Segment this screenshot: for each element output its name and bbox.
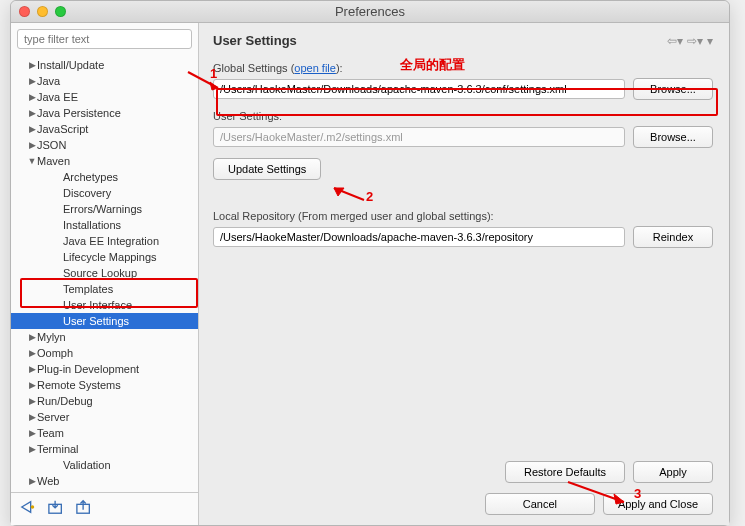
tree-item-web[interactable]: ▶Web <box>11 473 198 489</box>
cancel-button[interactable]: Cancel <box>485 493 595 515</box>
window-title: Preferences <box>11 4 729 19</box>
tree-item-java-ee-integration[interactable]: Java EE Integration <box>11 233 198 249</box>
tree-item-archetypes[interactable]: Archetypes <box>11 169 198 185</box>
forward-icon[interactable]: ⇨▾ <box>687 34 703 48</box>
global-settings-label: Global Settings (open file): <box>213 62 713 74</box>
preferences-tree[interactable]: ▶Install/Update▶Java▶Java EE▶Java Persis… <box>11 55 198 492</box>
tree-item-oomph[interactable]: ▶Oomph <box>11 345 198 361</box>
tree-item-java[interactable]: ▶Java <box>11 73 198 89</box>
tree-item-user-settings[interactable]: User Settings <box>11 313 198 329</box>
tree-item-discovery[interactable]: Discovery <box>11 185 198 201</box>
tree-item-user-interface[interactable]: User Interface <box>11 297 198 313</box>
apply-button[interactable]: Apply <box>633 461 713 483</box>
update-settings-button[interactable]: Update Settings <box>213 158 321 180</box>
open-file-link[interactable]: open file <box>294 62 336 74</box>
user-settings-input[interactable] <box>213 127 625 147</box>
user-settings-label: User Settings: <box>213 110 713 122</box>
tree-item-installations[interactable]: Installations <box>11 217 198 233</box>
tree-item-run-debug[interactable]: ▶Run/Debug <box>11 393 198 409</box>
tree-item-maven[interactable]: ▼Maven <box>11 153 198 169</box>
svg-point-0 <box>31 505 35 509</box>
local-repo-input[interactable] <box>213 227 625 247</box>
sidebar: ▶Install/Update▶Java▶Java EE▶Java Persis… <box>11 23 199 525</box>
preferences-window: Preferences ▶Install/Update▶Java▶Java EE… <box>10 0 730 526</box>
tree-item-remote-systems[interactable]: ▶Remote Systems <box>11 377 198 393</box>
tree-item-source-lookup[interactable]: Source Lookup <box>11 265 198 281</box>
tree-item-plug-in-development[interactable]: ▶Plug-in Development <box>11 361 198 377</box>
menu-icon[interactable]: ▾ <box>707 34 713 48</box>
tree-item-errors-warnings[interactable]: Errors/Warnings <box>11 201 198 217</box>
export-icon[interactable] <box>75 499 93 519</box>
tree-item-java-persistence[interactable]: ▶Java Persistence <box>11 105 198 121</box>
filter-input[interactable] <box>17 29 192 49</box>
import-icon[interactable] <box>47 499 65 519</box>
tree-item-validation[interactable]: Validation <box>11 457 198 473</box>
tree-item-mylyn[interactable]: ▶Mylyn <box>11 329 198 345</box>
tree-item-javascript[interactable]: ▶JavaScript <box>11 121 198 137</box>
content-pane: User Settings ⇦▾ ⇨▾ ▾ Global Settings (o… <box>199 23 729 525</box>
tree-item-install-update[interactable]: ▶Install/Update <box>11 57 198 73</box>
tree-item-server[interactable]: ▶Server <box>11 409 198 425</box>
restore-defaults-button[interactable]: Restore Defaults <box>505 461 625 483</box>
global-settings-input[interactable] <box>213 79 625 99</box>
tree-item-terminal[interactable]: ▶Terminal <box>11 441 198 457</box>
back-icon[interactable]: ⇦▾ <box>667 34 683 48</box>
tree-item-java-ee[interactable]: ▶Java EE <box>11 89 198 105</box>
global-browse-button[interactable]: Browse... <box>633 78 713 100</box>
titlebar: Preferences <box>11 1 729 23</box>
tree-item-team[interactable]: ▶Team <box>11 425 198 441</box>
reindex-button[interactable]: Reindex <box>633 226 713 248</box>
back-history-icon[interactable] <box>19 499 37 519</box>
sidebar-toolbar <box>11 492 198 525</box>
local-repo-label: Local Repository (From merged user and g… <box>213 210 713 222</box>
page-heading: User Settings <box>213 33 297 48</box>
tree-item-templates[interactable]: Templates <box>11 281 198 297</box>
user-browse-button[interactable]: Browse... <box>633 126 713 148</box>
tree-item-json[interactable]: ▶JSON <box>11 137 198 153</box>
tree-item-lifecycle-mappings[interactable]: Lifecycle Mappings <box>11 249 198 265</box>
apply-and-close-button[interactable]: Apply and Close <box>603 493 713 515</box>
